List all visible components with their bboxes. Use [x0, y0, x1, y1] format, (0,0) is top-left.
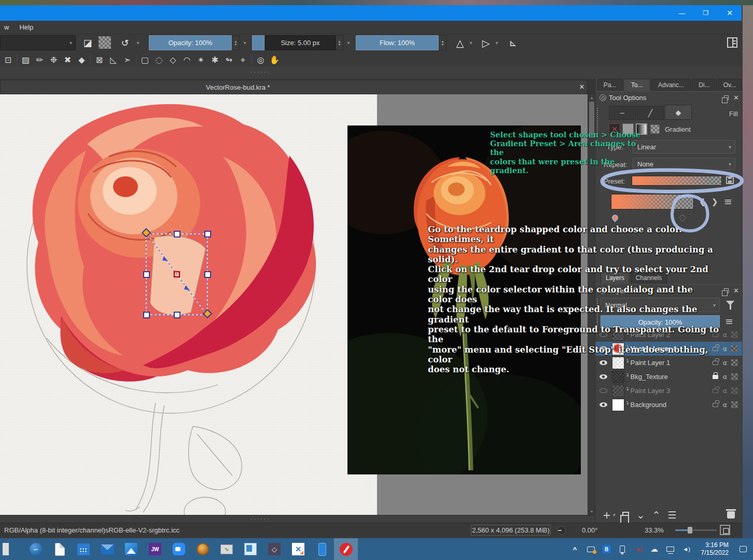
gradient-stop-start[interactable]	[611, 214, 620, 222]
add-layer-button[interactable]: +	[603, 509, 611, 521]
chevron-down-icon[interactable]: ▾	[241, 35, 249, 50]
minimize-button[interactable]: —	[670, 5, 694, 21]
inherit-alpha-icon[interactable]	[731, 331, 738, 338]
toolbox-bezier-selection-tool[interactable]: ↬	[222, 53, 236, 66]
taskbar-app-mail[interactable]	[95, 538, 119, 560]
move-layer-up-button[interactable]: ⌃	[652, 509, 660, 521]
toolbox-color-sampler-tool[interactable]: ✏	[33, 53, 47, 66]
shape-selection-overlay[interactable]	[136, 227, 216, 323]
cast-icon[interactable]	[587, 544, 596, 554]
document-tab[interactable]: VectorRose-bud.kra * ✕	[0, 80, 588, 94]
zoom-slider[interactable]	[675, 529, 717, 531]
maximize-button[interactable]: ❒	[694, 5, 718, 21]
splitter-handle[interactable]: ......	[250, 515, 270, 521]
volume-icon[interactable]: ◄)	[682, 544, 691, 554]
size-slider[interactable]: Size: 5.00 px	[265, 35, 336, 50]
layer-row[interactable]: ↩Backgroundα	[595, 398, 742, 412]
docker-tab-Ov[interactable]: Ov...	[718, 79, 742, 91]
taskbar-app-krita[interactable]	[334, 538, 358, 560]
scroll-up-icon[interactable]: ▴	[588, 95, 595, 100]
gradient-type-dropdown[interactable]: Linear ▾	[633, 140, 735, 153]
toolbox-magnetic-selection-tool[interactable]: ⌖	[236, 53, 250, 66]
inherit-alpha-icon[interactable]	[731, 373, 738, 380]
toolbox-circular-selection-tool[interactable]: ◌	[152, 53, 166, 66]
network-icon[interactable]	[666, 544, 675, 554]
toolbox-gradient-tool[interactable]: ▨	[19, 53, 33, 66]
toolbox-freehand-selection-tool[interactable]: ◠	[180, 53, 194, 66]
taskbar-app-gallery[interactable]	[239, 538, 262, 560]
toolbox-colorize-mask-tool[interactable]: ✖	[61, 53, 75, 66]
taskbar-app-game[interactable]	[191, 538, 215, 560]
inherit-alpha-icon[interactable]	[731, 345, 738, 352]
taskbar-app-viewer3d[interactable]: ◇	[262, 538, 286, 560]
toolbox-smart-patch-tool[interactable]: ❉	[47, 53, 61, 66]
move-layer-down-button[interactable]: ⌄	[636, 509, 645, 521]
layer-thumbnail[interactable]	[612, 385, 624, 397]
taskbar-app-jw-library[interactable]: JW	[143, 538, 167, 560]
brush-preset-dropdown[interactable]: ▾	[0, 35, 76, 50]
delete-layer-button[interactable]	[727, 511, 735, 519]
scroll-down-icon[interactable]: ▾	[588, 509, 595, 514]
lock-closed-icon[interactable]	[713, 375, 718, 379]
eraser-mode-button[interactable]: ◪	[80, 35, 95, 50]
close-button[interactable]: ✕	[718, 5, 742, 21]
taskbar-app-notepad[interactable]	[48, 538, 72, 560]
onedrive-icon[interactable]: ☁	[650, 544, 659, 554]
usb-icon[interactable]	[618, 544, 627, 554]
close-icon[interactable]: ✕	[577, 83, 587, 92]
float-docker-icon[interactable]	[724, 95, 729, 100]
alpha-lock-icon[interactable]: α	[722, 345, 727, 353]
menu-item-clipped[interactable]: w	[0, 23, 14, 31]
reload-preset-button[interactable]: ↺	[117, 35, 133, 50]
notifications-icon[interactable]	[738, 544, 748, 554]
save-gradient-icon[interactable]	[726, 176, 734, 184]
toolbox-reference-images-tool[interactable]: ➣	[120, 53, 134, 66]
close-icon[interactable]: ✕	[733, 94, 739, 102]
inherit-alpha-icon[interactable]	[731, 387, 738, 394]
toolbox-transform-tool[interactable]: ⊡	[1, 53, 15, 66]
mirror-vertical-icon[interactable]: ▷	[478, 35, 494, 50]
layer-name[interactable]: Paint Layer 3	[631, 387, 671, 395]
toolbox-similar-color-selection-tool[interactable]: ✱	[208, 53, 222, 66]
toolbox-enclose-fill-tool[interactable]: ⊠	[92, 53, 106, 66]
flow-slider[interactable]: Flow: 100%	[356, 35, 439, 50]
alpha-lock-icon[interactable]: α	[722, 331, 727, 339]
alpha-lock-icon[interactable]: α	[722, 373, 727, 381]
chevron-down-icon[interactable]: ▾	[613, 512, 616, 517]
taskbar-app-xodo[interactable]: ✕	[286, 538, 310, 560]
gradient-repeat-dropdown[interactable]: None ▾	[633, 158, 735, 170]
layers-menu-icon[interactable]: ≡	[725, 315, 733, 327]
preserve-alpha-button[interactable]	[99, 36, 111, 49]
tab-no-fill[interactable]: ┄	[609, 106, 636, 120]
hidden-icons-chevron-icon[interactable]: ^	[570, 544, 580, 554]
layer-thumbnail[interactable]	[612, 399, 624, 411]
size-spinner[interactable]: ▴▾	[336, 35, 343, 50]
docker-tab-To[interactable]: To...	[623, 79, 650, 91]
layer-row[interactable]: ↩Paint Layer 3α	[595, 384, 742, 398]
layer-properties-button[interactable]: ☰	[667, 509, 676, 521]
taskbar-app-zoom[interactable]	[167, 538, 191, 560]
tab-stroke[interactable]: ╱	[637, 106, 664, 120]
alpha-lock-icon[interactable]: α	[722, 359, 727, 367]
wrap-around-icon[interactable]: ⊾	[505, 35, 521, 50]
toolbox-zoom-tool[interactable]: ◎	[254, 53, 268, 66]
bluetooth-icon[interactable]: B	[603, 545, 611, 553]
mirror-horizontal-icon[interactable]: △	[452, 35, 468, 50]
taskbar-app-your-phone[interactable]	[310, 538, 334, 560]
chevron-down-icon[interactable]: ▾	[134, 35, 142, 50]
gradient-stop-end[interactable]	[678, 214, 687, 222]
taskbar-app-performance[interactable]: ∿	[215, 538, 239, 560]
next-stop-icon[interactable]: ❯	[712, 197, 718, 206]
layer-name[interactable]: Background	[631, 401, 666, 409]
taskbar-clock[interactable]: 3:16 PM 7/15/2022	[701, 541, 729, 557]
flow-spinner[interactable]: ▴▾	[439, 35, 447, 50]
toolbox-rectangular-selection-tool[interactable]: ▢	[138, 53, 152, 66]
docker-tab-Advanc[interactable]: Advanc...	[651, 79, 691, 91]
taskbar-app-openoffice[interactable]: ∽	[24, 538, 48, 560]
inherit-alpha-icon[interactable]	[731, 359, 738, 366]
toolbox-pan-tool[interactable]: ✋	[268, 53, 282, 66]
toolbox-fill-tool[interactable]: ◆	[75, 53, 89, 66]
eye-visible-icon[interactable]	[599, 374, 607, 379]
float-docker-icon[interactable]	[724, 288, 729, 293]
taskbar-app-doc-partial[interactable]	[0, 538, 24, 560]
